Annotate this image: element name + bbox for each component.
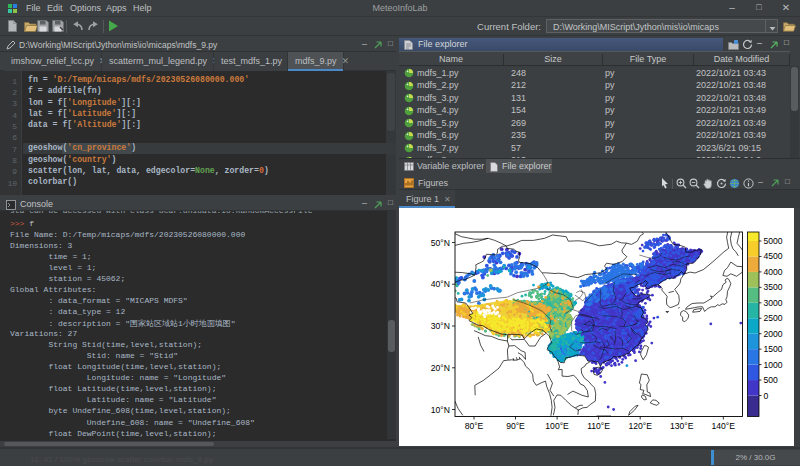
svg-text:120°E: 120°E	[628, 421, 652, 431]
svg-text:90°E: 90°E	[506, 421, 525, 431]
svg-text:1000: 1000	[764, 360, 783, 370]
svg-text:2500: 2500	[764, 313, 783, 323]
svg-text:130°E: 130°E	[670, 421, 694, 431]
svg-text:3000: 3000	[764, 298, 783, 308]
svg-text:0: 0	[764, 391, 769, 401]
svg-text:100°E: 100°E	[545, 421, 569, 431]
svg-text:1500: 1500	[764, 344, 783, 354]
svg-text:10°N: 10°N	[431, 405, 450, 415]
svg-text:140°E: 140°E	[712, 421, 736, 431]
svg-text:4000: 4000	[764, 267, 783, 277]
svg-text:3500: 3500	[764, 282, 783, 292]
svg-text:110°E: 110°E	[587, 421, 610, 431]
svg-text:20°N: 20°N	[431, 363, 450, 373]
svg-text:40°N: 40°N	[431, 279, 450, 289]
svg-text:80°E: 80°E	[465, 421, 484, 431]
svg-text:50°N: 50°N	[431, 238, 450, 248]
svg-text:30°N: 30°N	[431, 321, 450, 331]
svg-text:5000: 5000	[764, 236, 783, 246]
svg-text:500: 500	[764, 375, 779, 385]
svg-text:2000: 2000	[764, 329, 783, 339]
svg-text:4500: 4500	[764, 251, 783, 261]
